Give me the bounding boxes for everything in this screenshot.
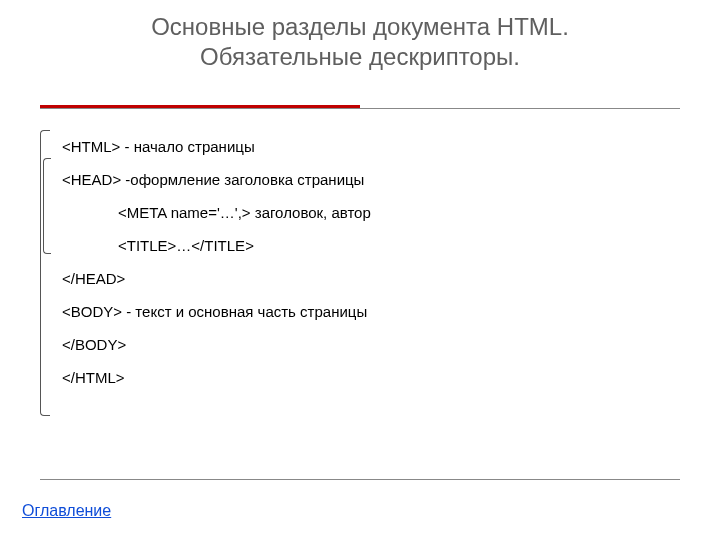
toc-link[interactable]: Оглавление — [22, 502, 111, 520]
title-line-1: Основные разделы документа HTML. — [0, 12, 720, 42]
footer-divider — [40, 479, 680, 480]
code-block: <HTML> - начало страницы <HEAD> -оформле… — [62, 130, 371, 394]
code-line: <TITLE>…</TITLE> — [62, 229, 371, 262]
code-line: <BODY> - текст и основная часть страницы — [62, 295, 371, 328]
code-line: <HEAD> -оформление заголовка страницы — [62, 163, 371, 196]
slide-title: Основные разделы документа HTML. Обязате… — [0, 0, 720, 72]
code-line: </BODY> — [62, 328, 371, 361]
code-line: </HEAD> — [62, 262, 371, 295]
bracket-inner-icon — [43, 158, 51, 254]
code-line: <META name='…',> заголовок, автор — [62, 196, 371, 229]
title-line-2: Обязательные дескрипторы. — [0, 42, 720, 72]
title-divider — [40, 105, 680, 109]
code-line: <HTML> - начало страницы — [62, 130, 371, 163]
code-line: </HTML> — [62, 361, 371, 394]
divider-line — [40, 108, 680, 109]
